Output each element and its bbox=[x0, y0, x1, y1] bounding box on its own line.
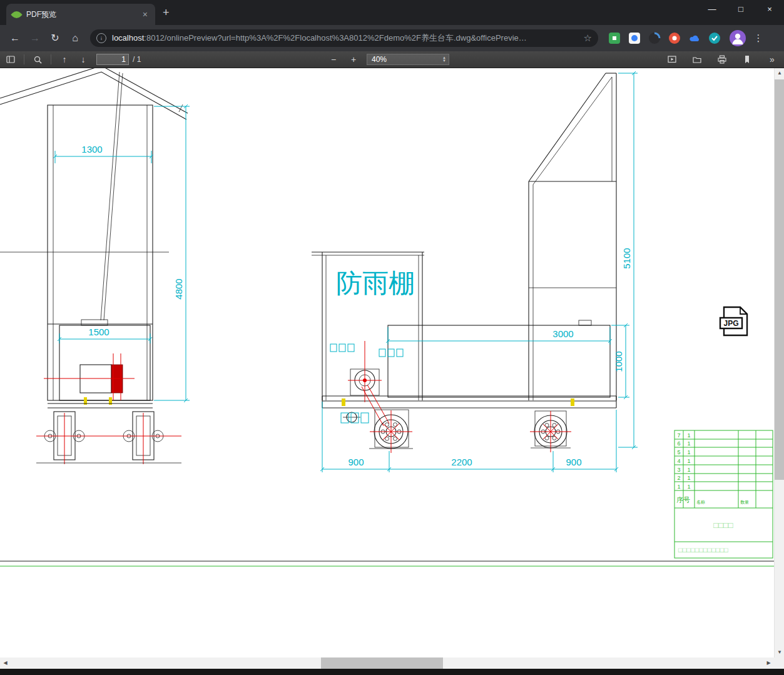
bom-row-qty: 1 bbox=[687, 475, 690, 481]
bom-row-no: 3 bbox=[677, 467, 680, 473]
zoom-in-icon[interactable]: + bbox=[347, 53, 360, 66]
rain-shelter-label: 防雨棚 bbox=[336, 268, 415, 298]
bom-header-no: 序号 bbox=[676, 496, 690, 504]
bom-row-no: 6 bbox=[677, 440, 680, 447]
window-minimize-button[interactable]: — bbox=[698, 0, 726, 20]
bom-row-qty: 1 bbox=[687, 432, 690, 439]
open-file-icon[interactable] bbox=[690, 53, 704, 66]
window-maximize-button[interactable]: □ bbox=[726, 0, 755, 20]
jpg-file-icon: JPG bbox=[720, 307, 747, 335]
browser-tab[interactable]: PDF预览 × bbox=[6, 4, 155, 25]
bom-header-name: 名称 bbox=[696, 500, 705, 505]
horizontal-scroll-thumb[interactable] bbox=[321, 657, 443, 669]
sidebar-toggle-icon[interactable] bbox=[4, 53, 18, 66]
new-tab-button[interactable]: + bbox=[163, 6, 170, 19]
window-close-button[interactable]: × bbox=[755, 0, 784, 20]
extension-icon-5[interactable] bbox=[688, 32, 701, 44]
back-icon[interactable]: ← bbox=[6, 29, 24, 47]
vertical-scrollbar[interactable]: ▲ ▼ bbox=[774, 68, 784, 657]
dim-label-1300: 1300 bbox=[81, 144, 102, 155]
url-path: :8012/onlinePreview?url=http%3A%2F%2Floc… bbox=[144, 33, 526, 43]
dim-label-5100: 5100 bbox=[621, 248, 632, 268]
extension-icon-6[interactable] bbox=[708, 32, 721, 44]
dim-label-1500: 1500 bbox=[88, 327, 109, 337]
bookmark-star-icon[interactable]: ☆ bbox=[584, 33, 592, 44]
scroll-down-icon[interactable]: ▼ bbox=[775, 647, 784, 657]
dim-label-900-right: 900 bbox=[566, 457, 581, 467]
bom-header-qty: 数量 bbox=[740, 500, 749, 504]
dim-label-1000: 1000 bbox=[613, 351, 624, 372]
dim-label-900-left: 900 bbox=[348, 457, 364, 467]
extension-icon-2[interactable] bbox=[628, 32, 641, 44]
dim-label-2200: 2200 bbox=[451, 457, 472, 467]
browser-navbar: ← → ↻ ⌂ i localhost:8012/onlinePreview?u… bbox=[0, 25, 784, 51]
bom-row-no: 4 bbox=[677, 458, 680, 464]
toolbar-separator bbox=[51, 54, 51, 64]
url-text: localhost:8012/onlinePreview?url=http%3A… bbox=[112, 33, 580, 44]
bom-row-qty: 1 bbox=[687, 449, 690, 455]
extension-icon-1[interactable] bbox=[608, 32, 621, 44]
bom-row-qty: 1 bbox=[687, 458, 690, 464]
page-number-input[interactable] bbox=[96, 54, 129, 65]
scroll-right-icon[interactable]: ▶ bbox=[763, 657, 774, 669]
search-icon[interactable] bbox=[31, 53, 44, 66]
extension-icon-3[interactable] bbox=[648, 32, 661, 44]
bom-row-no: 5 bbox=[677, 449, 680, 455]
person-icon bbox=[730, 30, 746, 46]
zoom-select[interactable]: 40% ▲▼ bbox=[367, 54, 449, 65]
bookmark-icon[interactable] bbox=[740, 53, 754, 66]
bom-row-qty: 1 bbox=[687, 467, 690, 473]
pdf-page: 1300 4800 1500 防雨棚 bbox=[0, 68, 774, 657]
pdf-toolbar-left: ↑ ↓ / 1 bbox=[4, 51, 141, 68]
previous-page-icon[interactable]: ↑ bbox=[58, 53, 71, 66]
zoom-out-icon[interactable]: − bbox=[327, 53, 340, 66]
pdf-viewport: 1300 4800 1500 防雨棚 bbox=[0, 68, 784, 657]
more-tools-icon[interactable]: » bbox=[765, 53, 779, 66]
title-block-bottom-text: □□□□□□□□□□□□ bbox=[678, 546, 728, 554]
browser-menu-icon[interactable]: ⋮ bbox=[753, 33, 763, 44]
pdf-toolbar-right: » bbox=[665, 51, 779, 68]
cad-side-view: 防雨棚 bbox=[312, 71, 638, 472]
bom-row-qty: 1 bbox=[687, 440, 690, 447]
cad-front-view: 1300 4800 1500 bbox=[0, 68, 190, 464]
extensions-bar bbox=[608, 32, 721, 44]
profile-avatar[interactable] bbox=[730, 30, 746, 46]
page-info-icon[interactable]: i bbox=[96, 33, 106, 43]
window-bottom-edge bbox=[0, 669, 784, 675]
leaf-favicon-icon bbox=[11, 9, 22, 20]
select-arrows-icon: ▲▼ bbox=[442, 56, 446, 63]
forward-icon[interactable]: → bbox=[26, 29, 44, 47]
pdf-toolbar: ↑ ↓ / 1 − + 40% ▲▼ » bbox=[0, 51, 784, 68]
reload-icon[interactable]: ↻ bbox=[46, 29, 64, 47]
tab-title: PDF预览 bbox=[26, 9, 141, 20]
tab-close-icon[interactable]: × bbox=[141, 9, 149, 19]
extension-icon-4[interactable] bbox=[668, 32, 681, 44]
address-bar[interactable]: i localhost:8012/onlinePreview?url=http%… bbox=[90, 29, 598, 47]
scroll-left-icon[interactable]: ◀ bbox=[0, 657, 11, 669]
home-icon[interactable]: ⌂ bbox=[66, 29, 84, 47]
title-block-mid-text: □□□□ bbox=[713, 520, 733, 530]
url-host: localhost bbox=[112, 33, 144, 43]
window-titlebar: PDF预览 × + — □ × bbox=[0, 0, 784, 25]
presentation-mode-icon[interactable] bbox=[665, 53, 679, 66]
vertical-scroll-thumb[interactable] bbox=[775, 79, 784, 480]
scroll-up-icon[interactable]: ▲ bbox=[775, 68, 784, 78]
title-block: 7 6 5 4 3 2 1 1 1 1 1 1 1 1 序号 名称 数量 □□□… bbox=[675, 430, 773, 558]
bom-row-no: 2 bbox=[677, 475, 680, 481]
cad-detail-boxes bbox=[330, 344, 403, 423]
jpg-label: JPG bbox=[723, 319, 738, 328]
bom-row-no: 7 bbox=[677, 432, 680, 439]
horizontal-scrollbar[interactable]: ◀ ▶ bbox=[0, 657, 784, 669]
print-icon[interactable] bbox=[715, 53, 729, 66]
dim-label-3000: 3000 bbox=[552, 328, 573, 339]
pdf-toolbar-center: − + 40% ▲▼ bbox=[327, 51, 449, 68]
zoom-value: 40% bbox=[372, 55, 442, 64]
bom-row-qty: 1 bbox=[687, 484, 690, 490]
window-controls: — □ × bbox=[698, 0, 784, 20]
bom-row-no: 1 bbox=[677, 484, 680, 490]
page-count-label: / 1 bbox=[133, 55, 141, 64]
toolbar-separator bbox=[24, 54, 24, 64]
dim-label-4800: 4800 bbox=[173, 278, 184, 299]
next-page-icon[interactable]: ↓ bbox=[76, 53, 90, 66]
front-view-dimensions: 1300 4800 1500 bbox=[53, 104, 190, 402]
